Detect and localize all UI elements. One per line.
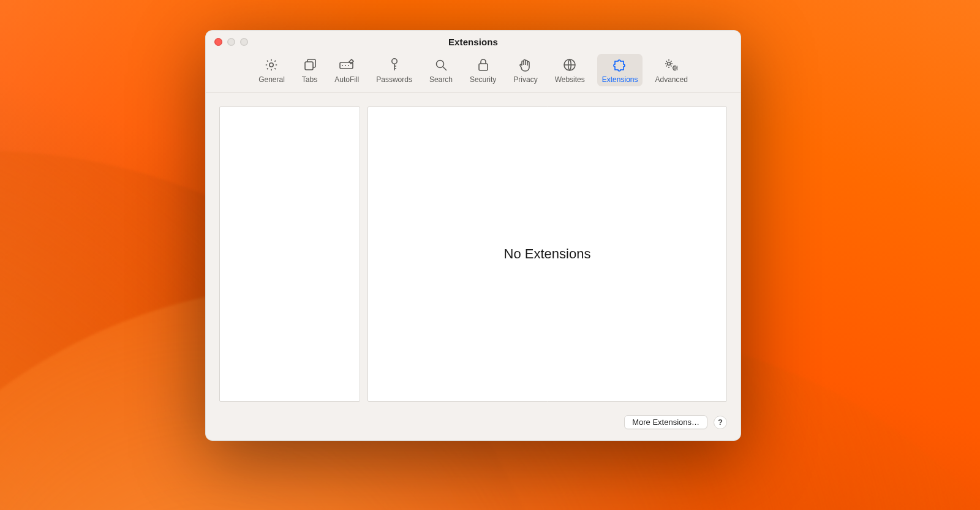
lock-icon <box>477 57 490 73</box>
tab-label: Security <box>470 75 496 84</box>
window-controls <box>214 38 248 46</box>
window-title: Extensions <box>448 37 498 47</box>
tab-tabs[interactable]: Tabs <box>297 54 322 86</box>
svg-point-8 <box>674 67 676 69</box>
tab-label: Extensions <box>602 75 638 84</box>
magnifier-icon <box>434 57 448 73</box>
tab-label: Websites <box>555 75 585 84</box>
puzzle-icon <box>612 57 628 73</box>
tab-label: Privacy <box>513 75 537 84</box>
preferences-toolbar: General Tabs AutoFill Passwords <box>206 53 741 93</box>
tab-label: AutoFill <box>334 75 359 84</box>
key-icon <box>388 57 401 73</box>
close-button[interactable] <box>214 38 222 46</box>
tab-advanced[interactable]: Advanced <box>650 54 692 86</box>
preferences-window: Extensions General Tabs AutoFill <box>205 30 741 441</box>
tab-label: General <box>258 75 285 84</box>
svg-rect-5 <box>479 64 488 70</box>
tab-label: Passwords <box>376 75 412 84</box>
tab-websites[interactable]: Websites <box>550 54 590 86</box>
minimize-button[interactable] <box>227 38 235 46</box>
tabs-icon <box>303 57 317 73</box>
extensions-list[interactable] <box>219 107 360 402</box>
tab-label: Advanced <box>655 75 687 84</box>
gear-icon <box>264 57 279 73</box>
globe-icon <box>562 57 577 73</box>
content-area: No Extensions <box>206 93 741 415</box>
tab-label: Tabs <box>302 75 317 84</box>
hand-icon <box>518 57 533 73</box>
tab-privacy[interactable]: Privacy <box>508 54 542 86</box>
gears-icon <box>663 57 680 73</box>
tab-autofill[interactable]: AutoFill <box>330 54 364 86</box>
tab-passwords[interactable]: Passwords <box>371 54 417 86</box>
zoom-button[interactable] <box>240 38 248 46</box>
svg-rect-1 <box>305 62 313 70</box>
tab-label: Search <box>429 75 453 84</box>
pencil-form-icon <box>338 57 355 73</box>
footer-bar: More Extensions… ? <box>206 415 741 440</box>
titlebar: Extensions <box>206 31 741 53</box>
empty-state-text: No Extensions <box>504 246 591 262</box>
tab-security[interactable]: Security <box>465 54 501 86</box>
svg-point-7 <box>668 62 671 66</box>
tab-general[interactable]: General <box>254 54 290 86</box>
svg-point-3 <box>391 59 396 64</box>
extension-detail-panel: No Extensions <box>368 107 727 402</box>
tab-extensions[interactable]: Extensions <box>597 54 643 86</box>
more-extensions-button[interactable]: More Extensions… <box>624 415 707 429</box>
svg-point-0 <box>270 63 273 67</box>
help-button[interactable]: ? <box>714 416 727 429</box>
svg-point-4 <box>436 61 443 68</box>
tab-search[interactable]: Search <box>424 54 458 86</box>
